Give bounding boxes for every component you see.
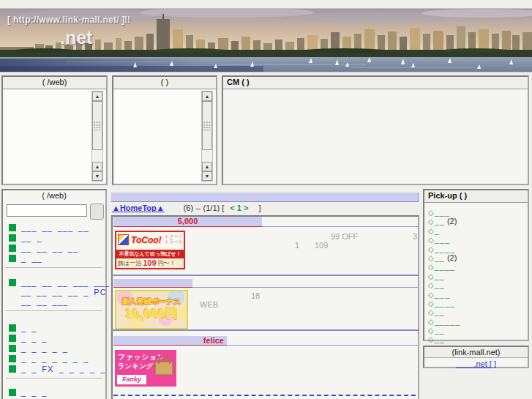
sidebar-link[interactable]: __ _ [21, 234, 42, 242]
pickup-link[interactable]: __ [435, 326, 445, 335]
sidebar-link-row[interactable]: __ __ __ __ _ PC [9, 288, 104, 297]
fashion-ranking-ad[interactable]: ファッション ランキング Fanky [115, 350, 176, 387]
sidebar-link[interactable]: _ _ FX _ _ _ _ _ [21, 365, 105, 373]
pickup-item[interactable]: ◇__(2) [428, 253, 525, 262]
pickup-link[interactable]: ___ [435, 235, 450, 244]
pickup-panel: Pick-up ( ) ◇___ ◇__(2) ◇_ ◇___ ◇____ ◇_… [423, 189, 529, 341]
linkmall-link[interactable]: ____.net [ ] [424, 359, 528, 368]
pickup-link[interactable]: ___ [435, 290, 450, 299]
sidebar-link[interactable]: ___ __ __ ___ ___ [21, 278, 110, 287]
pickup-item[interactable]: ◇___ [428, 208, 525, 217]
sidebar-link-row[interactable]: __ __ ___ [9, 297, 104, 306]
scroll-up-button[interactable]: ▲ [202, 92, 212, 101]
bullet-icon [9, 279, 16, 286]
pickup-link[interactable]: __ [435, 217, 445, 225]
section-divider [111, 275, 419, 276]
sidebar-link[interactable]: __ __ __ __ [21, 244, 78, 253]
pickup-item[interactable]: ◇__ [428, 307, 525, 316]
linkmall-box-title: (link-mall.net) [424, 347, 528, 358]
home-top-link[interactable]: ▲HomeTop▲ [112, 204, 165, 212]
pickup-link[interactable]: ____ [435, 245, 455, 253]
scroll-up-button-bottom[interactable]: ▲ [202, 162, 212, 171]
updated-sites-listbox[interactable]: ▲ ▲ ▼ [115, 90, 214, 182]
scrollbar-thumb[interactable] [92, 101, 102, 150]
search-input[interactable] [7, 204, 87, 217]
tocoo-travel-ad[interactable]: ToCoo! トクー！トラベル 不景気なんて吹っ飛ばせ！ 旅は一泊109円〜！ [115, 231, 185, 269]
scrollbar[interactable]: ▲ ▲ ▼ [91, 91, 103, 182]
listing-meta-text: 99 OFF [331, 232, 358, 241]
pickup-item[interactable]: ◇___ [428, 235, 525, 244]
diamond-icon: ◇ [428, 236, 434, 244]
scrollbar-thumb[interactable] [202, 101, 212, 150]
sidebar-link[interactable]: ___ __ ___ __ [21, 223, 89, 232]
bullet-icon [9, 365, 16, 373]
fanky-logo: Fanky [117, 375, 146, 384]
diamond-icon: ◇ [428, 254, 434, 262]
sidebar-link-row[interactable]: _ _ _ [9, 388, 104, 397]
bullet-icon [9, 224, 16, 231]
pickup-item[interactable]: ◇____ [428, 245, 525, 253]
title-row-line [192, 287, 418, 288]
sidebar-link[interactable]: __ __ ___ [21, 297, 68, 306]
section-divider [111, 329, 419, 331]
sidebar-link[interactable]: __ __ __ __ _ PC [21, 288, 107, 297]
sidebar-link-row[interactable]: ___ __ __ ___ ___ [9, 278, 104, 287]
pickup-item[interactable]: ◇__(2) [428, 217, 525, 225]
sidebar-link[interactable]: _ __ [21, 254, 42, 263]
sidebar-link[interactable]: _ _ [21, 324, 37, 332]
pickup-item[interactable]: ◇___ [428, 290, 525, 299]
pickup-link[interactable]: _____ [435, 317, 461, 326]
pickup-item[interactable]: ◇__ [428, 280, 525, 289]
sidebar-link-row[interactable]: ___ __ ___ __ [9, 223, 104, 232]
sidebar-link-row[interactable]: _ _ _ _ _ [9, 344, 104, 353]
pickup-item[interactable]: ◇__ [428, 272, 525, 280]
pickup-title: Pick-up ( ) [424, 190, 528, 203]
bonus-ad[interactable]: 新人登録ボーナス 10,000円 [115, 290, 188, 329]
pagination-count: (6) -- (1/1) [ [184, 204, 225, 212]
sidebar-link-row[interactable]: __ _ [9, 234, 104, 242]
pickup-link[interactable]: __ [435, 272, 445, 280]
sidebar-link[interactable]: _ _ _ _ _ [21, 344, 68, 353]
scroll-down-button[interactable]: ▼ [92, 171, 102, 181]
tocoo-logo-icon [118, 234, 129, 245]
search-button[interactable] [90, 204, 104, 220]
sidebar-link-row[interactable]: _ _ [9, 324, 104, 332]
sidebar-link-row[interactable]: __ __ __ __ [9, 244, 104, 253]
sidebar-link-row[interactable]: _ __ [9, 254, 104, 263]
section-header-bar [111, 193, 419, 202]
sidebar-link-row[interactable]: _ _ FX _ _ _ _ _ [9, 365, 104, 373]
sidebar-link[interactable]: _ _ _ [21, 334, 47, 343]
pickup-link[interactable]: ___ [435, 208, 450, 217]
pickup-item[interactable]: ◇____ [428, 262, 525, 271]
diamond-icon: ◇ [428, 299, 434, 307]
diamond-icon: ◇ [428, 263, 434, 271]
page-1-link[interactable]: < 1 > [230, 204, 248, 212]
scroll-up-button-bottom[interactable]: ▲ [92, 162, 102, 171]
bullet-icon [9, 355, 16, 362]
scroll-up-button[interactable]: ▲ [92, 92, 102, 101]
pickup-item[interactable]: ◇____ [428, 299, 525, 307]
listing-title-link[interactable]: 5,000 [178, 217, 198, 225]
pickup-item[interactable]: ◇__ [428, 335, 525, 343]
listing-title-link[interactable]: felice [203, 336, 224, 345]
pickup-link[interactable]: __ [435, 335, 445, 343]
pickup-item[interactable]: ◇_ [428, 226, 525, 235]
scroll-down-button[interactable]: ▼ [202, 171, 212, 181]
new-sites-listbox[interactable]: ▲ ▲ ▼ [4, 90, 105, 182]
pickup-item[interactable]: ◇_____ [428, 317, 525, 326]
sidebar-link[interactable]: _ _ _ [21, 388, 47, 397]
listing-title-bar: 5,000 [113, 217, 262, 227]
pickup-link[interactable]: __ [435, 253, 445, 262]
pickup-link[interactable]: __ [435, 280, 445, 289]
sidebar-link-row[interactable]: _ _ _ [9, 334, 104, 343]
sidebar-link[interactable]: _ _ _ _ _ _ _ [21, 354, 89, 363]
scrollbar[interactable]: ▲ ▲ ▼ [201, 91, 213, 182]
sidebar: ( /web) ___ __ ___ __ __ _ __ __ __ __ _… [1, 189, 107, 399]
sidebar-link-row[interactable]: _ _ _ _ _ _ _ [9, 354, 104, 363]
pickup-link[interactable]: _ [435, 226, 440, 235]
pickup-item[interactable]: ◇__ [428, 326, 525, 335]
pickup-link[interactable]: ____ [435, 262, 455, 271]
diamond-icon: ◇ [428, 245, 434, 253]
pickup-link[interactable]: __ [435, 307, 445, 316]
pickup-link[interactable]: ____ [435, 299, 455, 307]
